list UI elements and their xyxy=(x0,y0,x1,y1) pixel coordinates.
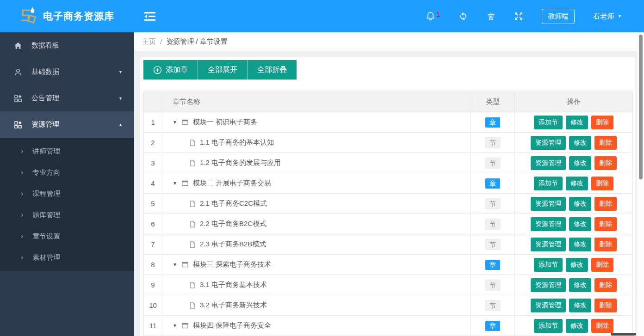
delete-button[interactable]: 删除 xyxy=(591,258,613,272)
horizontal-scrollbar-thumb[interactable] xyxy=(611,333,636,336)
resource-manage-button[interactable]: 资源管理 xyxy=(531,156,566,170)
table-row: 5 2.1 电子商务C2C模式 节 资源管理修改删除 xyxy=(144,194,633,214)
collapse-caret-icon[interactable]: ▼ xyxy=(173,323,177,328)
sidebar-collapse-icon[interactable] xyxy=(144,12,155,21)
resource-manage-button[interactable]: 资源管理 xyxy=(531,278,566,292)
expand-all-button[interactable]: 全部展开 xyxy=(198,60,247,79)
row-actions: 资源管理修改删除 xyxy=(515,234,633,255)
add-section-button[interactable]: 添加节 xyxy=(534,177,563,190)
collapse-all-button[interactable]: 全部折叠 xyxy=(247,60,297,79)
collapse-caret-icon[interactable]: ▼ xyxy=(173,262,177,267)
notification-count-badge: 1 xyxy=(436,11,440,18)
edit-button[interactable]: 修改 xyxy=(569,238,591,251)
sub-item-label: 专业方向 xyxy=(32,168,60,177)
sidebar-item-label: 基础数据 xyxy=(31,67,118,76)
resource-manage-button[interactable]: 资源管理 xyxy=(531,197,566,211)
add-section-button[interactable]: 添加节 xyxy=(534,258,563,272)
type-badge: 节 xyxy=(485,137,501,148)
add-chapter-button[interactable]: 添加章 xyxy=(143,60,198,79)
resource-manage-button[interactable]: 资源管理 xyxy=(531,136,566,150)
table-row: 1 ▼ 模块一 初识电子商务 章 添加节修改删除 xyxy=(144,112,633,133)
add-section-button[interactable]: 添加节 xyxy=(534,116,563,129)
edit-button[interactable]: 修改 xyxy=(569,156,591,170)
sub-item-label: 章节设置 xyxy=(32,232,60,241)
content-card: 添加章 全部展开 全部折叠 章节名称 类型 操作 1 ▼ xyxy=(140,57,635,336)
sidebar-item-dashboard[interactable]: 数据看板 xyxy=(0,32,134,59)
sidebar-item-course-management[interactable]: › 课程管理 xyxy=(0,183,134,204)
row-index: 10 xyxy=(144,295,162,316)
delete-button[interactable]: 删除 xyxy=(594,299,617,312)
sidebar-item-label: 公告管理 xyxy=(31,94,118,103)
delete-button[interactable]: 删除 xyxy=(594,217,617,231)
row-actions: 添加节修改删除 xyxy=(515,255,633,275)
delete-button[interactable]: 删除 xyxy=(591,319,613,333)
notification-bell-icon[interactable]: 1 xyxy=(426,11,440,21)
sidebar-item-label: 资源管理 xyxy=(31,120,118,129)
edit-button[interactable]: 修改 xyxy=(566,116,588,129)
type-badge: 章 xyxy=(485,260,500,270)
refresh-icon[interactable] xyxy=(458,12,468,21)
sidebar-item-resource-management[interactable]: 资源管理 ▲ xyxy=(0,111,134,138)
resource-manage-button[interactable]: 资源管理 xyxy=(531,299,566,312)
edit-button[interactable]: 修改 xyxy=(566,319,588,333)
sidebar-item-material-management[interactable]: › 素材管理 xyxy=(0,247,134,268)
table-row: 2 1.1 电子商务的基本认知 节 资源管理修改删除 xyxy=(144,133,633,153)
sidebar-item-lecturer-management[interactable]: › 讲师管理 xyxy=(0,141,134,162)
chapter-name: 模块三 探索电子商务技术 xyxy=(193,260,271,269)
delete-button[interactable]: 删除 xyxy=(594,136,617,150)
delete-button[interactable]: 删除 xyxy=(594,278,617,292)
add-section-button[interactable]: 添加节 xyxy=(534,319,563,333)
file-icon xyxy=(189,241,196,248)
delete-button[interactable]: 删除 xyxy=(594,156,617,170)
user-menu[interactable]: 石老师 ▼ xyxy=(593,12,622,21)
row-index: 4 xyxy=(144,173,162,194)
chapter-name: 2.3 电子商务B2B模式 xyxy=(200,240,266,249)
row-actions: 资源管理修改删除 xyxy=(515,133,633,153)
row-index: 6 xyxy=(144,214,162,234)
vertical-scrollbar-thumb[interactable] xyxy=(639,35,643,179)
sub-item-label: 素材管理 xyxy=(32,253,60,262)
collapse-caret-icon[interactable]: ▼ xyxy=(173,120,177,125)
sidebar-item-announcements[interactable]: 公告管理 ▼ xyxy=(0,85,134,111)
chapter-name: 2.2 电子商务B2C模式 xyxy=(200,220,266,228)
expand-arrow-icon: ▼ xyxy=(118,96,123,101)
row-index: 2 xyxy=(144,133,162,153)
edit-button[interactable]: 修改 xyxy=(566,177,588,190)
resource-manage-button[interactable]: 资源管理 xyxy=(531,217,566,231)
delete-button[interactable]: 删除 xyxy=(594,197,617,211)
file-icon xyxy=(189,200,196,208)
sidebar-item-basic-data[interactable]: 基础数据 ▼ xyxy=(0,59,134,85)
edit-button[interactable]: 修改 xyxy=(566,258,588,272)
edit-button[interactable]: 修改 xyxy=(569,278,591,292)
breadcrumb-home-link[interactable]: 主页 xyxy=(142,37,156,46)
fullscreen-icon[interactable] xyxy=(514,12,523,21)
sidebar-item-question-bank[interactable]: › 题库管理 xyxy=(0,204,134,226)
type-badge: 节 xyxy=(485,239,501,250)
edit-button[interactable]: 修改 xyxy=(569,136,591,150)
edit-button[interactable]: 修改 xyxy=(569,299,591,312)
delete-button[interactable]: 删除 xyxy=(591,116,613,129)
grid-icon xyxy=(14,94,23,103)
app-logo-area: 电子商务资源库 xyxy=(0,0,134,32)
row-index: 5 xyxy=(144,194,162,214)
sidebar-item-chapter-settings[interactable]: › 章节设置 xyxy=(0,226,134,247)
sub-item-label: 课程管理 xyxy=(32,189,60,198)
chapter-icon xyxy=(181,261,189,268)
delete-button[interactable]: 删除 xyxy=(594,238,617,251)
table-row: 6 2.2 电子商务B2C模式 节 资源管理修改删除 xyxy=(144,214,633,234)
edit-button[interactable]: 修改 xyxy=(569,197,591,211)
resource-submenu: › 讲师管理 › 专业方向 › 课程管理 › 题库管理 › 章节设置 › 素材管… xyxy=(0,138,134,271)
trash-icon[interactable] xyxy=(487,12,495,21)
collapse-caret-icon[interactable]: ▼ xyxy=(173,181,177,186)
sidebar-item-label: 数据看板 xyxy=(31,41,123,50)
chapter-name: 3.2 电子商务新兴技术 xyxy=(200,301,267,310)
resource-manage-button[interactable]: 资源管理 xyxy=(531,238,566,251)
grid-icon xyxy=(14,120,23,129)
teacher-portal-button[interactable]: 教师端 xyxy=(542,9,575,24)
edit-button[interactable]: 修改 xyxy=(569,217,591,231)
sidebar-item-major-direction[interactable]: › 专业方向 xyxy=(0,162,134,183)
delete-button[interactable]: 删除 xyxy=(591,177,613,190)
name-column-header: 章节名称 xyxy=(162,92,471,112)
row-index: 7 xyxy=(144,234,162,255)
add-chapter-label: 添加章 xyxy=(166,65,188,75)
